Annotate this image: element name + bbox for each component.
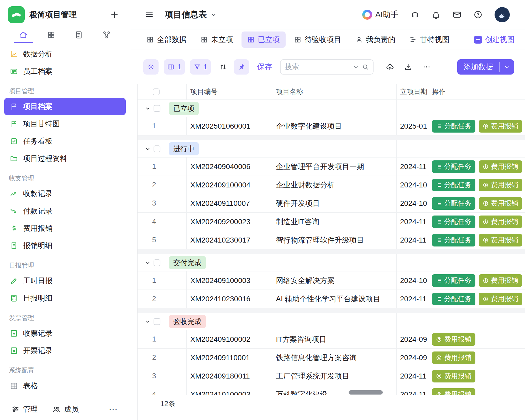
help-icon[interactable] [474,10,482,19]
view-tab-pending-acceptance[interactable]: 待验收项目 [288,32,347,48]
sidebar-more-button[interactable]: ⋯ [109,404,118,414]
table-row[interactable]: 1XM202409040006企业管理平台开发项目一期2024-11分配任务费用… [138,158,525,176]
sidebar-item-data-analysis[interactable]: 数据分析 [4,45,126,63]
sidebar-item-daily-details[interactable]: 日报明细 [4,290,126,307]
sidebar-item-payment-records[interactable]: 付款记录 [4,202,126,220]
assign-task-button[interactable]: 分配任务 [432,293,475,305]
view-tab-my-projects[interactable]: 我负责的 [350,32,401,48]
sidebar-item-claim-details[interactable]: 报销明细 [4,237,126,254]
table-row[interactable]: 1XM202409100002IT方案咨询项目2024-09费用报销 [138,330,525,349]
data-table: 项目编号 项目名称 立项日期 操作 已立项1XM202501060001企业数字… [137,84,525,420]
group-checkbox[interactable] [154,259,160,266]
sidebar-item-project-docs[interactable]: 项目过程资料 [4,150,126,167]
expense-claim-button[interactable]: 费用报销 [432,370,475,382]
save-button[interactable]: 保存 [257,62,272,72]
expense-claim-button[interactable]: 费用报销 [479,274,522,287]
sidebar-item-receipt-records[interactable]: 收款记录 [4,185,126,202]
view-tab-gantt-view[interactable]: 甘特视图 [404,32,455,48]
assign-task-button[interactable]: 分配任务 [432,160,475,173]
select-all-checkbox[interactable] [153,88,160,95]
field-config-button[interactable]: 1 [164,59,185,75]
column-header-code[interactable]: 项目编号 [187,84,272,99]
sidebar-item-invoice-received[interactable]: 收票记录 [4,325,126,342]
sidebar-tab-home[interactable] [14,28,33,43]
expense-claim-button[interactable]: 费用报销 [479,160,522,173]
add-workspace-button[interactable] [108,9,120,21]
search-icon[interactable] [362,64,369,70]
upload-icon[interactable] [386,63,394,71]
mail-icon[interactable] [453,10,461,19]
sidebar-item-flows[interactable]: 流程 [4,395,126,398]
add-data-dropdown[interactable] [500,59,514,75]
sidebar-tab-grid[interactable] [41,28,61,43]
group-checkbox[interactable] [154,318,160,325]
sidebar-item-invoice-issued[interactable]: 开票记录 [4,342,126,359]
table-row[interactable]: 3XM202409180011工厂管理系统开发项目2024-11费用报销 [138,367,525,385]
ai-assistant-button[interactable]: AI助手 [362,9,398,20]
chevron-down-icon[interactable] [144,105,151,112]
chart-icon [10,50,18,58]
sidebar-item-task-board[interactable]: 任务看板 [4,133,126,150]
view-tab-started[interactable]: 已立项 [242,32,286,48]
bell-icon[interactable] [432,10,440,19]
search-input[interactable] [285,63,350,71]
pin-button[interactable] [234,59,249,75]
sidebar-item-expense-claim[interactable]: 费用报销 [4,220,126,237]
expense-claim-button[interactable]: 费用报销 [479,197,522,210]
expense-claim-button[interactable]: 费用报销 [479,234,522,246]
column-header-name[interactable]: 项目名称 [272,84,397,99]
add-data-button[interactable]: 添加数据 [457,59,514,75]
table-row[interactable]: 2XM202409110001铁路信息化管理方案咨询2024-09费用报销 [138,349,525,367]
table-row[interactable]: 3XM202409110007硬件开发项目2024-10分配任务费用报销 [138,194,525,213]
table-row[interactable]: 4XM202409200023制造业IT咨询2024-11分配任务费用报销 [138,213,525,231]
expense-claim-button[interactable]: 费用报销 [432,351,475,364]
assign-task-button[interactable]: 分配任务 [432,234,475,246]
download-icon[interactable] [404,63,412,71]
title-chevron-down-icon[interactable] [210,11,217,18]
sidebar-tab-doc[interactable] [69,28,88,43]
assign-task-button[interactable]: 分配任务 [432,179,475,191]
hamburger-icon[interactable] [145,10,154,19]
view-tab-all-data[interactable]: 全部数据 [141,32,192,48]
sidebar-item-tables[interactable]: 表格 [4,377,126,395]
table-row[interactable]: 2XM202409100004企业业财数据分析2024-10分配任务费用报销 [138,176,525,194]
expense-claim-button[interactable]: 费用报销 [479,216,522,228]
headset-icon[interactable] [411,10,419,19]
sidebar-tab-flow[interactable] [97,28,116,43]
more-icon[interactable] [422,63,431,71]
expense-claim-button[interactable]: 费用报销 [479,293,522,305]
sidebar-item-work-daily[interactable]: 工时日报 [4,272,126,290]
filter-button[interactable]: 1 [190,59,211,75]
expense-claim-button[interactable]: 费用报销 [479,120,522,133]
table-row[interactable]: 1XM202409100003网络安全解决方案2024-10分配任务费用报销 [138,271,525,290]
horizontal-scrollbar-thumb[interactable] [349,390,383,395]
group-checkbox[interactable] [154,105,160,112]
sidebar-item-project-gantt[interactable]: 项目甘特图 [4,115,126,133]
manage-button[interactable]: 管理 [12,404,38,414]
table-row[interactable]: 5XM202410230017智行物流管理软件升级项目2024-11分配任务费用… [138,231,525,249]
expense-claim-button[interactable]: 费用报销 [432,333,475,346]
column-header-date[interactable]: 立项日期 [397,84,430,99]
assign-task-button[interactable]: 分配任务 [432,197,475,210]
group-checkbox[interactable] [154,145,160,152]
create-view-button[interactable]: 创建视图 [474,35,514,45]
members-button[interactable]: 成员 [52,404,79,414]
project-code-cell: XM202409040006 [187,158,272,176]
view-tab-not-started[interactable]: 未立项 [195,32,239,48]
assign-task-button[interactable]: 分配任务 [432,120,475,133]
sort-button[interactable] [216,59,230,75]
assign-task-button[interactable]: 分配任务 [432,274,475,287]
table-row[interactable]: 1XM202501060001企业数字化建设项目2025-01分配任务费用报销 [138,117,525,135]
chevron-down-icon[interactable] [144,259,151,266]
expense-claim-button[interactable]: 费用报销 [479,179,522,191]
assign-task-button[interactable]: 分配任务 [432,216,475,228]
chevron-down-icon[interactable] [144,145,151,152]
settings-button[interactable] [143,59,159,75]
sidebar-item-employee-files[interactable]: 员工档案 [4,63,126,80]
table-row[interactable]: 2XM202410230016AI 辅助个性化学习平台建设项目2024-11分配… [138,290,525,308]
user-avatar[interactable] [495,7,510,22]
chevron-down-icon[interactable] [144,318,151,325]
sidebar-item-label: 开票记录 [23,346,52,356]
sidebar-item-project-archive[interactable]: 项目档案 [4,98,126,115]
search-chevron-down-icon[interactable] [353,64,359,70]
